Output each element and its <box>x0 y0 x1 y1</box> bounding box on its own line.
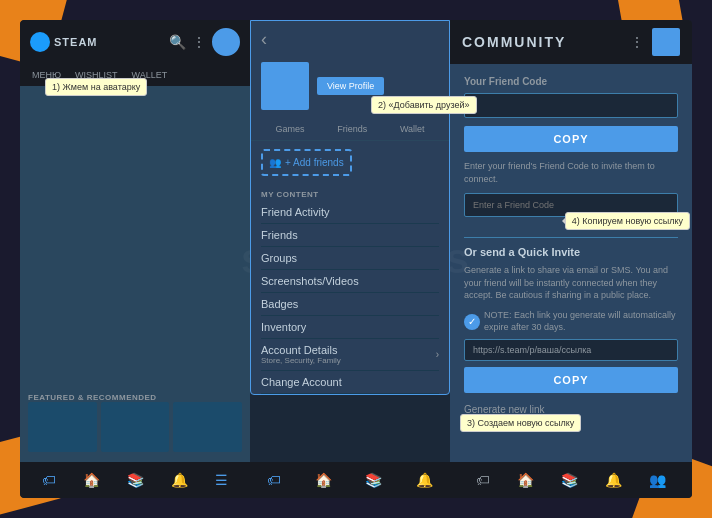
tab-friends[interactable]: Friends <box>333 122 371 136</box>
steam-icon <box>30 32 50 52</box>
back-button[interactable]: ‹ <box>251 21 449 58</box>
menu-item-inventory[interactable]: Inventory <box>261 316 439 339</box>
left-panel: STEAM 🔍 ⋮ МЕНЮ WISHLIST WALLET 1) Жмем н… <box>20 20 250 498</box>
featured-label: FEATURED & RECOMMENDED <box>28 393 157 402</box>
copy-button-2[interactable]: COPY <box>464 367 678 393</box>
profile-tabs: Games Friends Wallet <box>251 118 449 141</box>
store-right-icon[interactable]: 🏠 <box>517 472 534 488</box>
add-friends-icon: 👥 <box>269 157 281 168</box>
left-content: FEATURED & RECOMMENDED <box>20 87 250 462</box>
view-profile-button[interactable]: View Profile <box>317 77 384 95</box>
left-bottom-nav: 🏷 🏠 📚 🔔 ☰ <box>20 462 250 498</box>
menu-item-groups[interactable]: Groups <box>261 247 439 270</box>
right-content: 4) Копируем новую ссылку Your Friend Cod… <box>450 64 692 462</box>
featured-img-1 <box>28 402 97 452</box>
chevron-right-icon: › <box>436 349 439 360</box>
my-content-label: MY CONTENT <box>251 184 449 201</box>
store-mid-icon[interactable]: 🏠 <box>315 472 332 488</box>
tag-bottom-icon[interactable]: 🏷 <box>42 472 56 488</box>
menu-bottom-icon[interactable]: ☰ <box>215 472 228 488</box>
steam-text: STEAM <box>54 36 98 48</box>
menu-item-account-sub: Store, Security, Family <box>261 356 341 365</box>
menu-item-label: Friends <box>261 229 298 241</box>
steam-header: STEAM 🔍 ⋮ <box>20 20 250 64</box>
bell-bottom-icon[interactable]: 🔔 <box>171 472 188 488</box>
friend-code-input[interactable] <box>464 93 678 118</box>
main-container: STEAM 🔍 ⋮ МЕНЮ WISHLIST WALLET 1) Жмем н… <box>20 20 692 498</box>
more-icon[interactable]: ⋮ <box>192 34 206 50</box>
community-avatar[interactable] <box>652 28 680 56</box>
annotation-tooltip-4: 4) Копируем новую ссылку <box>565 212 690 230</box>
menu-item-label: Inventory <box>261 321 306 333</box>
quick-invite-title: Or send a Quick Invite <box>464 246 678 258</box>
menu-item-account[interactable]: Account Details Store, Security, Family … <box>261 339 439 371</box>
divider <box>464 237 678 238</box>
menu-item-friend-activity[interactable]: Friend Activity <box>261 201 439 224</box>
library-bottom-icon[interactable]: 📚 <box>127 472 144 488</box>
featured-images <box>28 402 242 452</box>
tag-right-icon[interactable]: 🏷 <box>476 472 490 488</box>
store-bottom-icon[interactable]: 🏠 <box>83 472 100 488</box>
link-container: ✓ NOTE: Each link you generate will auto… <box>464 310 678 333</box>
community-header: COMMUNITY ⋮ <box>450 20 692 64</box>
tab-wallet[interactable]: Wallet <box>396 122 429 136</box>
menu-item-badges[interactable]: Badges <box>261 293 439 316</box>
library-mid-icon[interactable]: 📚 <box>365 472 382 488</box>
check-icon: ✓ <box>464 314 480 330</box>
quick-invite-desc-text: Generate a link to share via email or SM… <box>464 265 668 300</box>
copy-button-1[interactable]: COPY <box>464 126 678 152</box>
library-right-icon[interactable]: 📚 <box>561 472 578 488</box>
bell-right-icon[interactable]: 🔔 <box>605 472 622 488</box>
friend-code-description: Enter your friend's Friend Code to invit… <box>464 160 678 185</box>
profile-avatar-large <box>261 62 309 110</box>
menu-item-change-account[interactable]: Change Account <box>261 371 439 394</box>
add-friends-label: + Add friends <box>285 157 344 168</box>
profile-dropdown: ‹ View Profile 2) «Добавить друзей» Game… <box>250 20 450 395</box>
menu-item-label: Screenshots/Videos <box>261 275 359 287</box>
menu-item-label: Groups <box>261 252 297 264</box>
featured-img-3 <box>173 402 242 452</box>
annotation-tooltip-1: 1) Жмем на аватарку <box>45 78 147 96</box>
featured-img-2 <box>101 402 170 452</box>
invite-url-input[interactable] <box>464 339 678 361</box>
tab-games[interactable]: Games <box>271 122 308 136</box>
community-title: COMMUNITY <box>462 34 566 50</box>
menu-item-label: Badges <box>261 298 298 310</box>
menu-item-account-info: Account Details Store, Security, Family <box>261 344 341 365</box>
annotation-tooltip-3: 3) Создаем новую ссылку <box>460 414 581 432</box>
friend-code-section-title: Your Friend Code <box>464 76 678 87</box>
header-icons: 🔍 ⋮ <box>169 28 240 56</box>
tag-mid-icon[interactable]: 🏷 <box>267 472 281 488</box>
middle-bottom-nav: 🏷 🏠 📚 🔔 <box>250 462 450 498</box>
menu-items: Friend Activity Friends Groups Screensho… <box>251 201 449 394</box>
menu-item-account-label: Account Details <box>261 344 341 356</box>
quick-invite-description: Generate a link to share via email or SM… <box>464 264 678 302</box>
menu-item-screenshots[interactable]: Screenshots/Videos <box>261 270 439 293</box>
menu-item-label: Change Account <box>261 376 342 388</box>
avatar[interactable] <box>212 28 240 56</box>
menu-item-friends[interactable]: Friends <box>261 224 439 247</box>
middle-panel: ‹ View Profile 2) «Добавить друзей» Game… <box>250 20 450 498</box>
steam-logo: STEAM <box>30 32 98 52</box>
annotation-tooltip-2: 2) «Добавить друзей» <box>371 96 477 114</box>
bell-mid-icon[interactable]: 🔔 <box>416 472 433 488</box>
community-menu-icon[interactable]: ⋮ <box>630 34 644 50</box>
add-friends-button[interactable]: 👥 + Add friends <box>261 149 352 176</box>
menu-item-label: Friend Activity <box>261 206 329 218</box>
right-bottom-nav: 🏷 🏠 📚 🔔 👥 <box>450 462 692 498</box>
search-icon[interactable]: 🔍 <box>169 34 186 50</box>
friends-right-icon[interactable]: 👥 <box>649 472 666 488</box>
note-text: NOTE: Each link you generate will automa… <box>484 310 678 333</box>
right-panel: COMMUNITY ⋮ 4) Копируем новую ссылку You… <box>450 20 692 498</box>
